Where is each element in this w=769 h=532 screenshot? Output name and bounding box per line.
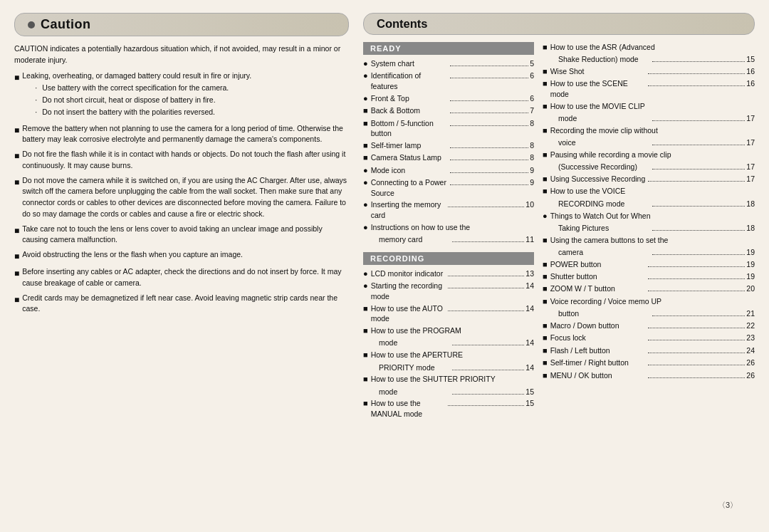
toc-bullet-icon: ■ [543,333,548,343]
toc-left-col: READY ●System chart5●Identification of f… [363,42,534,427]
toc-bullet-icon: ■ [543,78,548,89]
toc-page-number: 26 [746,370,755,381]
toc-item: ●Instructions on how to use the [363,222,534,233]
toc-page-number: 11 [525,234,534,245]
toc-dots [648,278,745,279]
toc-item: ●Starting the recording mode14 [363,281,534,301]
toc-dots [648,291,745,291]
toc-item: ■ZOOM W / T button20 [543,283,755,294]
toc-item: mode15 [363,387,534,397]
toc-item: ■How to use the SCENE mode16 [543,78,755,99]
caution-bullet-item: ■Before inserting any cables or AC adapt… [14,266,349,289]
toc-bullet-icon: ■ [543,125,548,136]
toc-item: ●Connecting to a Power Source9 [363,177,534,198]
bullet-text: Before inserting any cables or AC adapte… [22,266,349,289]
toc-item: button21 [543,308,755,319]
toc-item-text: Connecting to a Power Source [371,177,449,198]
toc-item: (Successive Recording)17 [543,162,755,172]
bullet-text: Do not fire the flash while it is in con… [22,149,349,172]
toc-item-text: voice [558,137,651,148]
toc-item: ■Flash / Left button24 [543,345,755,356]
bullet-icon: ■ [14,293,19,306]
toc-dots [452,370,524,370]
toc-item: ■Wise Shot16 [543,66,755,77]
caution-dot [28,21,35,28]
toc-page-number: 17 [746,174,755,184]
toc-bullet-icon: ■ [543,66,548,77]
toc-item-text: Pausing while recording a movie clip [550,150,755,160]
toc-item-text: How to use the SHUTTER PRIORITY [371,374,534,385]
toc-bullet-icon: ● [363,199,368,210]
contents-header: Contents [363,13,755,35]
toc-dots [648,340,745,340]
toc-bullet-icon: ■ [363,140,368,151]
bullet-text: Leaking, overheating, or damaged battery… [22,71,251,120]
toc-item-text: Mode icon [371,165,449,176]
toc-item: Shake Reduction) mode15 [543,54,755,65]
toc-page-number: 10 [525,199,534,210]
toc-bullet-icon: ■ [543,174,548,184]
bullet-text: Do not move the camera while it is switc… [22,175,349,220]
toc-page-number: 18 [746,199,755,209]
toc-dots [450,172,528,173]
toc-page-number: 9 [530,177,534,188]
toc-item-text: Starting the recording mode [371,281,447,301]
toc-dots [450,147,528,148]
toc-item: ■How to use the MANUAL mode15 [363,398,534,419]
toc-bullet-icon: ■ [363,374,368,385]
contents-title: Contents [377,17,428,31]
toc-item: ●Front & Top6 [363,93,534,104]
toc-dots [450,184,528,185]
bullet-text: Credit cards may be demagnetized if left… [22,293,349,315]
toc-item-text: Focus lock [550,333,647,343]
toc-page-number: 16 [746,78,755,89]
toc-item: ●Things to Watch Out for When [543,211,755,221]
toc-bullet-icon: ■ [363,325,368,336]
toc-item-text: mode [379,387,451,397]
caution-body: CAUTION indicates a potentially hazardou… [14,43,349,315]
toc-page-number: 9 [530,165,534,176]
toc-item: ■Shutter button19 [543,271,755,282]
toc-item-text: Identification of features [371,71,449,91]
toc-item-text: Macro / Down button [550,320,647,331]
toc-item-text: Using Successive Recording [550,174,647,184]
toc-bullet-icon: ● [363,268,368,279]
bullet-text: Avoid obstructing the lens or the flash … [22,249,243,261]
toc-item-text: MENU / OK button [550,370,647,381]
toc-dots [452,345,524,345]
toc-page-number: 15 [525,387,534,397]
toc-dots [450,100,528,101]
toc-item: ●LCD monitor indicator13 [363,268,534,279]
toc-item-text: POWER button [550,259,647,270]
toc-bullet-icon: ● [363,281,368,291]
toc-item: PRIORITY mode14 [363,363,534,373]
toc-page-number: 8 [530,118,534,129]
toc-item: ■How to use the SHUTTER PRIORITY [363,374,534,385]
bullet-icon: ■ [14,124,19,137]
toc-dots [648,365,745,365]
caution-bullet-item: ■Take care not to touch the lens or lens… [14,224,349,246]
toc-item: mode14 [363,338,534,348]
toc-dots [450,125,528,126]
toc-bullet-icon: ■ [363,152,368,163]
toc-item: ●Mode icon9 [363,165,534,176]
toc-item-text: camera [558,247,651,258]
bullet-icon: ■ [14,150,19,162]
toc-item-text: Camera Status Lamp [371,152,449,163]
toc-item: ■Recording the movie clip without [543,125,755,136]
toc-item: ■How to use the VOICE [543,186,755,197]
toc-page-number: 15 [746,54,755,65]
toc-item-text: Things to Watch Out for When [550,211,755,221]
toc-item: voice17 [543,137,755,148]
toc-bullet-icon: ■ [543,296,548,307]
toc-dots [652,169,745,169]
toc-item-text: Instructions on how to use the [371,222,534,233]
toc-page-number: 14 [525,363,534,373]
toc-item: Taking Pictures18 [543,223,755,234]
toc-bullet-icon: ■ [543,370,548,381]
toc-item-text: Shutter button [550,271,647,282]
toc-page-number: 13 [525,268,534,279]
toc-item: ■Self-timer / Right button26 [543,358,755,368]
toc-dots [652,61,745,62]
bullet-text: Remove the battery when not planning to … [22,123,349,146]
